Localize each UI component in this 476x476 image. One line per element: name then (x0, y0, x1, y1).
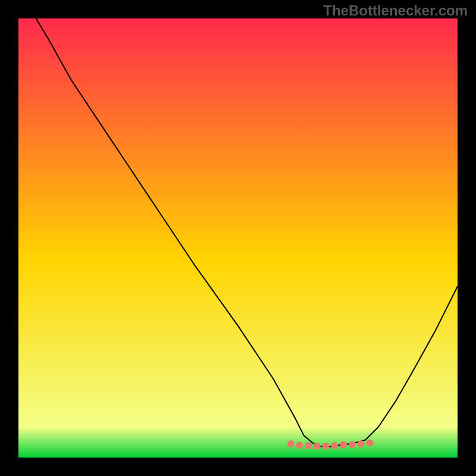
bottleneck-chart (18, 18, 458, 458)
watermark-text: TheBottlenecker.com (323, 2, 468, 19)
chart-wrapper (18, 18, 458, 458)
svg-point-7 (340, 441, 347, 449)
svg-point-5 (322, 443, 330, 450)
svg-point-3 (305, 442, 312, 449)
svg-point-9 (358, 440, 365, 447)
svg-point-8 (349, 441, 356, 448)
svg-point-6 (331, 442, 338, 449)
svg-point-2 (296, 441, 303, 449)
svg-point-10 (366, 440, 373, 447)
svg-point-4 (314, 443, 321, 450)
svg-point-1 (287, 440, 295, 447)
svg-rect-0 (18, 18, 458, 458)
